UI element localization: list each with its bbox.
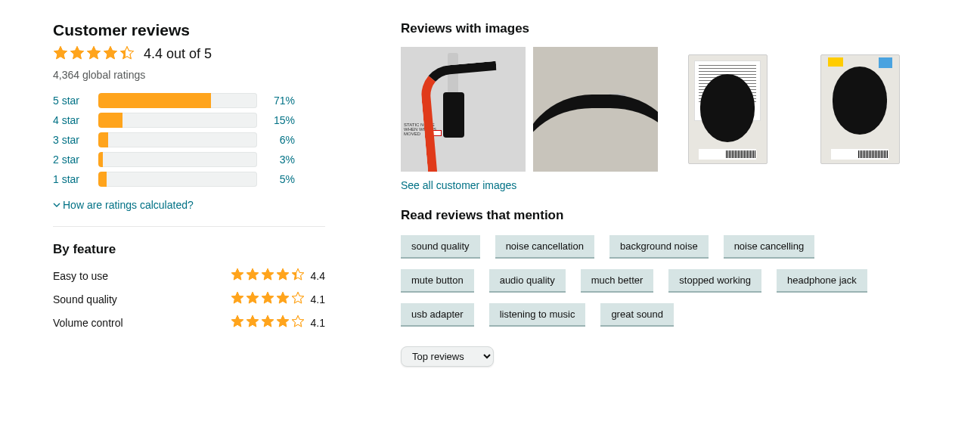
histogram-row[interactable]: 3 star 6% [53, 132, 325, 147]
histogram-bar-track [98, 132, 257, 147]
mention-tag-cloud: sound qualitynoise cancellationbackgroun… [401, 235, 900, 327]
feature-name: Easy to use [53, 270, 108, 282]
histogram-percent[interactable]: 71% [265, 95, 295, 107]
mention-tag[interactable]: great sound [600, 303, 674, 327]
histogram-row[interactable]: 1 star 5% [53, 172, 325, 187]
rating-histogram: 5 star 71% 4 star 15% 3 star 6% 2 star 3… [53, 93, 325, 187]
mention-tag[interactable]: listening to music [489, 303, 586, 327]
feature-ratings-list: Easy to use 4.4 Sound quality 4.1 Volume… [53, 268, 325, 330]
histogram-bar-fill [98, 152, 103, 167]
divider [53, 226, 325, 227]
histogram-row[interactable]: 5 star 71% [53, 93, 325, 108]
review-images-strip: STATIC NOISE WHEN WIRE IS MOVED [401, 47, 927, 172]
overall-rating-row: 4.4 out of 5 [53, 45, 325, 63]
mention-tag[interactable]: much better [581, 269, 654, 293]
how-ratings-calculated-link[interactable]: How are ratings calculated? [53, 199, 194, 211]
mention-tag[interactable]: background noise [609, 235, 709, 259]
feature-score: 4.4 [311, 270, 325, 282]
histogram-percent[interactable]: 3% [265, 153, 295, 166]
feature-score: 4.1 [311, 293, 325, 305]
star-rating-icon [231, 268, 305, 284]
mention-tag[interactable]: sound quality [401, 235, 480, 259]
histogram-bar-track [98, 172, 257, 187]
feature-row: Sound quality 4.1 [53, 291, 325, 307]
histogram-star-label[interactable]: 4 star [53, 114, 91, 126]
read-reviews-mention-heading: Read reviews that mention [401, 208, 927, 223]
customer-reviews-heading: Customer reviews [53, 21, 325, 39]
histogram-percent[interactable]: 6% [265, 134, 295, 146]
star-rating-icon [231, 315, 305, 330]
by-feature-heading: By feature [53, 242, 325, 257]
mention-tag[interactable]: headphone jack [777, 269, 867, 293]
histogram-star-label[interactable]: 2 star [53, 153, 91, 166]
mention-tag[interactable]: noise cancellation [495, 235, 594, 259]
histogram-percent[interactable]: 15% [265, 114, 295, 126]
feature-name: Sound quality [53, 293, 117, 305]
histogram-star-label[interactable]: 1 star [53, 173, 91, 185]
mention-tag[interactable]: stopped working [668, 269, 761, 293]
global-ratings-count: 4,364 global ratings [53, 69, 325, 81]
histogram-bar-fill [98, 172, 107, 187]
histogram-bar-fill [98, 113, 122, 128]
mention-tag[interactable]: usb adapter [401, 303, 474, 327]
star-rating-icon [53, 45, 135, 63]
mention-tag[interactable]: mute button [401, 269, 474, 293]
sort-reviews-select[interactable]: Top reviews [401, 346, 494, 367]
how-ratings-calculated-label: How are ratings calculated? [63, 199, 194, 211]
see-all-customer-images-link[interactable]: See all customer images [401, 179, 516, 191]
customer-reviews-summary: Customer reviews 4.4 out of 5 4,364 glob… [53, 21, 325, 367]
review-image-thumbnail[interactable]: STATIC NOISE WHEN WIRE IS MOVED [401, 47, 526, 172]
histogram-row[interactable]: 4 star 15% [53, 113, 325, 128]
feature-row: Volume control 4.1 [53, 315, 325, 330]
chevron-down-icon [53, 199, 60, 211]
reviews-detail-column: Reviews with images STATIC NOISE WHEN WI… [401, 21, 927, 367]
histogram-row[interactable]: 2 star 3% [53, 152, 325, 167]
histogram-star-label[interactable]: 3 star [53, 134, 91, 146]
feature-row: Easy to use 4.4 [53, 268, 325, 284]
overall-rating-text: 4.4 out of 5 [144, 46, 212, 62]
mention-tag[interactable]: audio quality [489, 269, 566, 293]
histogram-bar-track [98, 152, 257, 167]
histogram-bar-fill [98, 93, 211, 108]
mention-tag[interactable]: noise cancelling [724, 235, 815, 259]
feature-score: 4.1 [311, 317, 325, 329]
histogram-bar-fill [98, 132, 108, 147]
review-image-thumbnail[interactable] [798, 47, 923, 172]
star-rating-icon [231, 291, 305, 307]
review-image-thumbnail[interactable] [665, 47, 790, 172]
histogram-bar-track [98, 93, 257, 108]
feature-name: Volume control [53, 317, 123, 329]
histogram-bar-track [98, 113, 257, 128]
histogram-star-label[interactable]: 5 star [53, 95, 91, 107]
histogram-percent[interactable]: 5% [265, 173, 295, 185]
review-image-thumbnail[interactable] [533, 47, 658, 172]
reviews-with-images-heading: Reviews with images [401, 21, 927, 36]
